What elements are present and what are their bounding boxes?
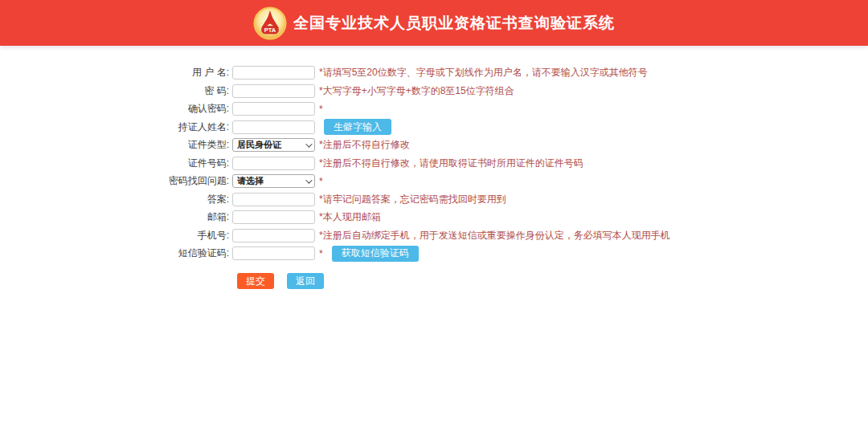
pta-logo-icon: PTA	[253, 6, 287, 40]
confirm-password-hint: *	[319, 104, 323, 115]
confirm-password-input[interactable]	[232, 102, 315, 116]
username-hint: *请填写5至20位数字、字母或下划线作为用户名，请不要输入汉字或其他符号	[319, 66, 648, 79]
form-row-id-number: 证件号码:*注册后不得自行修改，请使用取得证书时所用证件的证件号码	[0, 157, 868, 170]
id-type-hint: *注册后不得自行修改	[319, 138, 410, 152]
username-input[interactable]	[232, 66, 315, 79]
form-row-confirm-password: 确认密码:*	[0, 102, 868, 116]
registration-form: 用 户 名:*请填写5至20位数字、字母或下划线作为用户名，请不要输入汉字或其他…	[0, 46, 868, 289]
form-row-sms-code: 短信验证码:*获取短信验证码	[0, 246, 868, 260]
form-row-holder-name: 持证人姓名:生僻字输入	[0, 120, 868, 134]
password-label: 密 码:	[0, 84, 232, 98]
mobile-input[interactable]	[232, 229, 315, 242]
mobile-label: 手机号:	[0, 229, 232, 242]
form-row-id-type: 证件类型:居民身份证*注册后不得自行修改	[0, 138, 868, 152]
sms-code-hint: *	[319, 248, 323, 259]
password-question-hint: *	[319, 176, 323, 187]
id-type-select[interactable]: 居民身份证	[232, 138, 315, 152]
form-row-answer: 答案:*请牢记问题答案，忘记密码需找回时要用到	[0, 193, 868, 206]
id-number-hint: *注册后不得自行修改，请使用取得证书时所用证件的证件号码	[319, 157, 583, 170]
svg-text:PTA: PTA	[264, 26, 276, 34]
email-input[interactable]	[232, 210, 315, 224]
sms-code-label: 短信验证码:	[0, 246, 232, 260]
id-type-selected-value: 居民身份证	[237, 139, 281, 151]
form-row-email: 邮箱:*本人现用邮箱	[0, 210, 868, 224]
holder-name-label: 持证人姓名:	[0, 120, 232, 134]
password-question-select[interactable]: 请选择	[232, 174, 315, 188]
id-number-label: 证件号码:	[0, 157, 232, 170]
password-question-selected-value: 请选择	[237, 175, 264, 187]
form-row-password: 密 码:*大写字母+小写字母+数字的8至15位字符组合	[0, 84, 868, 98]
sms-code-input[interactable]	[232, 246, 315, 260]
form-row-username: 用 户 名:*请填写5至20位数字、字母或下划线作为用户名，请不要输入汉字或其他…	[0, 66, 868, 79]
answer-input[interactable]	[232, 193, 315, 206]
chevron-down-icon	[305, 177, 312, 183]
mobile-hint: *注册后自动绑定手机，用于发送短信或重要操作身份认定，务必填写本人现用手机	[319, 229, 670, 242]
password-question-label: 密码找回问题:	[0, 174, 232, 188]
form-rows: 用 户 名:*请填写5至20位数字、字母或下划线作为用户名，请不要输入汉字或其他…	[0, 66, 868, 260]
rare-character-input-button[interactable]: 生僻字输入	[324, 119, 391, 135]
back-button[interactable]: 返回	[287, 273, 324, 289]
app-title: 全国专业技术人员职业资格证书查询验证系统	[293, 13, 615, 34]
email-hint: *本人现用邮箱	[319, 210, 381, 224]
answer-label: 答案:	[0, 193, 232, 206]
answer-hint: *请牢记问题答案，忘记密码需找回时要用到	[319, 193, 506, 206]
password-hint: *大写字母+小写字母+数字的8至15位字符组合	[319, 84, 514, 98]
id-number-input[interactable]	[232, 157, 315, 170]
form-actions: 提交 返回	[237, 273, 868, 289]
confirm-password-label: 确认密码:	[0, 102, 232, 116]
submit-button[interactable]: 提交	[237, 273, 274, 289]
get-sms-code-button[interactable]: 获取短信验证码	[332, 246, 419, 262]
password-input[interactable]	[232, 84, 315, 98]
app-header: PTA 全国专业技术人员职业资格证书查询验证系统	[0, 0, 868, 46]
holder-name-input[interactable]	[232, 120, 315, 134]
header-inner: PTA 全国专业技术人员职业资格证书查询验证系统	[253, 6, 615, 40]
id-type-label: 证件类型:	[0, 138, 232, 152]
username-label: 用 户 名:	[0, 66, 232, 79]
form-row-password-question: 密码找回问题:请选择*	[0, 174, 868, 188]
chevron-down-icon	[305, 141, 312, 147]
email-label: 邮箱:	[0, 210, 232, 224]
form-row-mobile: 手机号:*注册后自动绑定手机，用于发送短信或重要操作身份认定，务必填写本人现用手…	[0, 229, 868, 242]
